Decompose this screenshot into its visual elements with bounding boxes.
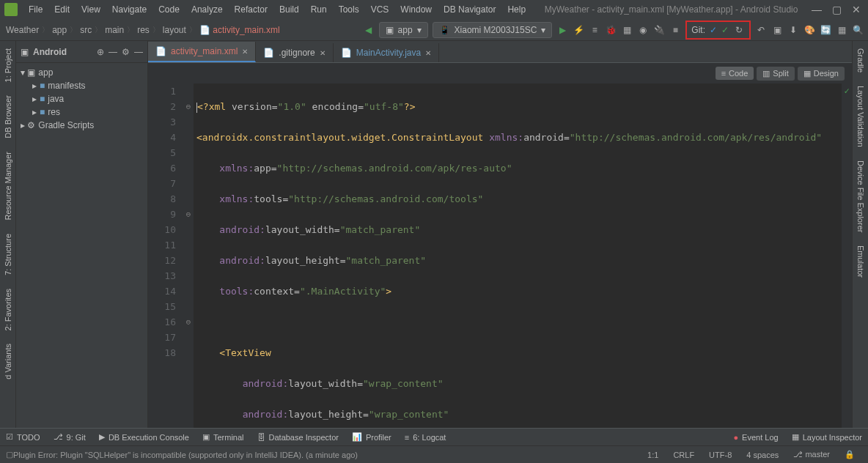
crumb[interactable]: Weather: [6, 25, 39, 35]
minimize-button[interactable]: —: [812, 4, 822, 15]
tree-root[interactable]: ▾ ▣ app: [21, 66, 143, 79]
hide-icon[interactable]: —: [134, 47, 143, 57]
apply-code-icon[interactable]: ≡: [589, 24, 600, 36]
search-icon[interactable]: 🔍: [852, 24, 864, 36]
tool-db-exec[interactable]: ▶ DB Execution Console: [99, 432, 189, 442]
tool-logcat[interactable]: ≡ 6: Logcat: [405, 433, 446, 442]
gear-icon[interactable]: ⚙: [122, 47, 130, 57]
avd-icon[interactable]: ▣: [771, 24, 783, 36]
tree-folder[interactable]: ▸ ■ res: [21, 105, 143, 119]
more-icon[interactable]: ▦: [836, 24, 847, 36]
stop-icon[interactable]: ■: [669, 24, 681, 36]
menu-analyze[interactable]: Analyze: [186, 2, 228, 17]
sdk-icon[interactable]: ⬇: [787, 24, 799, 36]
project-panel: ▣ Android ⊕ — ⚙ — ▾ ▣ app ▸ ■ manifests …: [16, 41, 148, 428]
split-view-button[interactable]: ▥ Split: [757, 67, 794, 81]
rail-favorites[interactable]: 2: Favorites: [2, 284, 14, 335]
tool-profiler[interactable]: 📊 Profiler: [352, 432, 391, 442]
tool-db-inspector[interactable]: 🗄 Database Inspector: [257, 433, 339, 442]
menu-navigate[interactable]: Navigate: [107, 2, 152, 17]
code-editor[interactable]: 123456789101112131415161718 ⊖⊖⊖ <?xml ve…: [148, 84, 852, 428]
menu-file[interactable]: File: [23, 2, 48, 17]
status-indent[interactable]: 4 spaces: [739, 451, 786, 459]
design-view-button[interactable]: ▦ Design: [798, 67, 845, 81]
close-icon[interactable]: ✕: [425, 49, 431, 57]
collapse-icon[interactable]: —: [108, 47, 117, 57]
crumb-current[interactable]: 📄 activity_main.xml: [199, 25, 280, 35]
menu-tools[interactable]: Tools: [334, 2, 364, 17]
tool-git[interactable]: ⎇ 9: Git: [54, 432, 86, 442]
crumb[interactable]: app: [52, 25, 67, 35]
back-icon[interactable]: ◀: [363, 24, 375, 36]
window-controls: — ▢ ✕: [812, 4, 864, 15]
menu-vcs[interactable]: VCS: [366, 2, 394, 17]
status-encoding[interactable]: UTF-8: [702, 451, 739, 459]
coverage-icon[interactable]: ▦: [621, 24, 633, 36]
tab-mainactivity[interactable]: 📄 MainActivity.java ✕: [334, 43, 439, 62]
titlebar: File Edit View Navigate Code Analyze Ref…: [0, 0, 868, 19]
menu-run[interactable]: Run: [306, 2, 332, 17]
error-stripe: ✓: [842, 84, 852, 428]
tool-event-log[interactable]: ● Event Log: [733, 433, 778, 442]
code-view-button[interactable]: ≡ Code: [716, 67, 754, 80]
rail-gradle[interactable]: Gradle: [855, 44, 867, 77]
rail-emulator[interactable]: Emulator: [855, 241, 867, 282]
status-lock-icon[interactable]: 🔒: [837, 450, 862, 459]
run-config-selector[interactable]: ▣ app ▾: [379, 22, 428, 38]
rail-structure[interactable]: 7: Structure: [2, 229, 14, 280]
tab-activity-main[interactable]: 📄 activity_main.xml ✕: [148, 42, 256, 62]
project-view-name[interactable]: Android: [33, 47, 92, 57]
run-icon[interactable]: ▶: [556, 24, 568, 36]
rail-dbbrowser[interactable]: DB Browser: [2, 91, 14, 143]
tree-gradle[interactable]: ▸ ⚙ Gradle Scripts: [21, 119, 143, 132]
git-history-icon[interactable]: ↻: [733, 24, 745, 36]
tree-folder[interactable]: ▸ ■ java: [21, 92, 143, 105]
tool-layout-inspector[interactable]: ▦ Layout Inspector: [792, 432, 862, 442]
window-title: MyWeather - activity_main.xml [MyWeather…: [532, 4, 810, 15]
menu-edit[interactable]: Edit: [49, 2, 75, 17]
tree-folder[interactable]: ▸ ■ manifests: [21, 79, 143, 92]
tab-gitignore[interactable]: 📄 .gitignore ✕: [256, 43, 333, 62]
revert-icon[interactable]: ↶: [755, 24, 767, 36]
close-button[interactable]: ✕: [852, 4, 861, 15]
status-branch[interactable]: ⎇ master: [786, 450, 837, 459]
close-icon[interactable]: ✕: [320, 49, 326, 57]
profile-icon[interactable]: ◉: [637, 24, 649, 36]
resmgr-icon[interactable]: 🎨: [803, 24, 815, 36]
left-tool-rail: 1: Project DB Browser Resource Manager 7…: [0, 41, 16, 428]
close-icon[interactable]: ✕: [242, 48, 248, 56]
device-selector[interactable]: 📱 Xiaomi M2003J15SC ▾: [433, 22, 553, 38]
rail-project[interactable]: 1: Project: [2, 44, 14, 86]
tool-todo[interactable]: ☑ TODO: [6, 432, 40, 442]
menu-window[interactable]: Window: [395, 2, 437, 17]
attach-debugger-icon[interactable]: 🔌: [653, 24, 665, 36]
status-icon[interactable]: ▢: [6, 450, 13, 459]
git-update-icon[interactable]: ✓: [710, 25, 717, 35]
rail-variants[interactable]: d Variants: [2, 339, 14, 384]
sync-icon[interactable]: 🔄: [820, 24, 831, 36]
crumb[interactable]: res: [137, 25, 150, 35]
menu-code[interactable]: Code: [153, 2, 185, 17]
menu-build[interactable]: Build: [274, 2, 304, 17]
crumb[interactable]: main: [105, 25, 124, 35]
menu-refactor[interactable]: Refactor: [229, 2, 273, 17]
rail-resmanager[interactable]: Resource Manager: [2, 147, 14, 225]
tool-terminal[interactable]: ▣ Terminal: [202, 432, 244, 442]
rail-device-file-explorer[interactable]: Device File Explorer: [855, 156, 867, 237]
status-eol[interactable]: CRLF: [666, 451, 702, 459]
menu-dbnav[interactable]: DB Navigator: [438, 2, 501, 17]
debug-icon[interactable]: 🐞: [605, 24, 617, 36]
rail-layout-validation[interactable]: Layout Validation: [855, 81, 867, 152]
code-content[interactable]: <?xml version="1.0" encoding="utf-8"?> <…: [194, 84, 842, 428]
apply-changes-icon[interactable]: ⚡: [573, 24, 584, 36]
bottom-tool-bar: ☑ TODO ⎇ 9: Git ▶ DB Execution Console ▣…: [0, 428, 868, 445]
menu-view[interactable]: View: [76, 2, 106, 17]
right-tool-rail: Gradle Layout Validation Device File Exp…: [852, 41, 868, 428]
menu-help[interactable]: Help: [502, 2, 531, 17]
crumb[interactable]: layout: [163, 25, 186, 35]
target-icon[interactable]: ⊕: [97, 47, 104, 57]
crumb[interactable]: src: [80, 25, 92, 35]
maximize-button[interactable]: ▢: [832, 4, 842, 15]
status-position[interactable]: 1:1: [640, 451, 666, 459]
git-commit-icon[interactable]: ✓: [721, 25, 729, 35]
